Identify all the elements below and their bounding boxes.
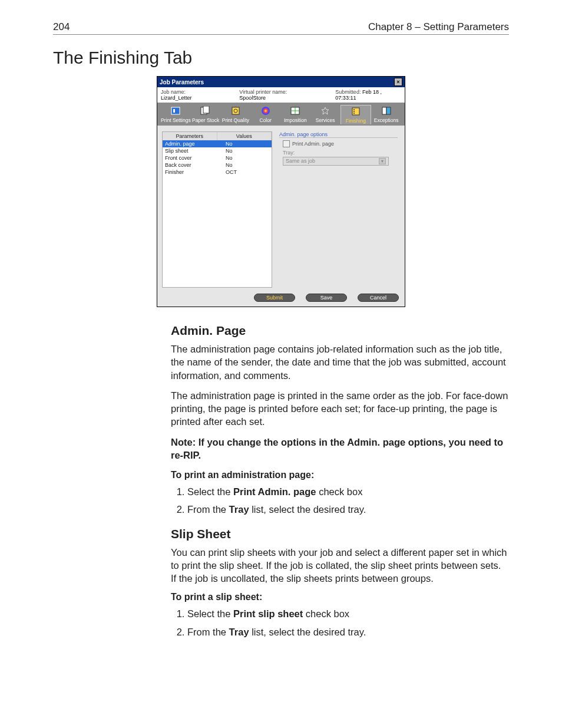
svg-point-12 [353, 109, 355, 110]
slip-para: You can print slip sheets with your job … [171, 546, 509, 585]
page-number: 204 [53, 21, 70, 33]
svg-point-6 [262, 107, 270, 115]
print-admin-page-checkbox[interactable]: Print Admin. page [283, 140, 398, 147]
svg-point-14 [353, 113, 355, 114]
list-item: From the Tray list, select the desired t… [187, 503, 509, 516]
list-item: Select the Print Admin. page check box [187, 485, 509, 498]
submit-button[interactable]: Submit [254, 294, 295, 302]
tab-print-settings[interactable]: Print Settings [161, 105, 191, 124]
print-settings-icon [169, 106, 182, 116]
svg-marker-10 [322, 107, 329, 114]
options-title: Admin. page options [279, 131, 398, 138]
tab-paper-stock[interactable]: Paper Stock [191, 105, 221, 124]
exceptions-icon [380, 106, 393, 116]
job-name: Lizard_Letter [161, 95, 192, 101]
admin-steps: Select the Print Admin. page check box F… [171, 485, 509, 516]
tab-exceptions[interactable]: Exceptions [371, 105, 401, 124]
tab-print-quality[interactable]: Print Quality [221, 105, 251, 124]
tab-row: Print Settings Paper Stock Print Quality… [157, 103, 405, 126]
admin-para2: The administration page is printed in th… [171, 389, 509, 429]
slip-steps: Select the Print slip sheet check box Fr… [171, 607, 509, 638]
param-row-slip-sheet[interactable]: Slip sheetNo [163, 147, 272, 154]
page-title: The Finishing Tab [53, 48, 509, 68]
dialog-infobar: Job name: Lizard_Letter Virtual printer … [157, 87, 405, 103]
list-item: Select the Print slip sheet check box [187, 607, 509, 620]
chevron-updown-icon: ▾ [379, 158, 386, 164]
param-row-back-cover[interactable]: Back coverNo [163, 162, 272, 169]
col-parameters: Parameters [163, 132, 217, 140]
list-item: From the Tray list, select the desired t… [187, 625, 509, 638]
tab-services[interactable]: Services [310, 105, 340, 124]
paper-stock-icon [199, 106, 212, 116]
admin-note: Note: If you change the options in the A… [171, 436, 509, 462]
param-row-finisher[interactable]: FinisherOCT [163, 169, 272, 176]
dialog-title: Job Parameters [160, 79, 204, 85]
page-header: 204 Chapter 8 – Setting Parameters [53, 21, 509, 35]
svg-rect-16 [386, 107, 391, 114]
tab-color[interactable]: Color [250, 105, 280, 124]
tray-label: Tray: [283, 150, 398, 156]
tab-finishing[interactable]: Finishing [340, 105, 372, 124]
admin-subhead: To print an administration page: [171, 470, 509, 480]
admin-page-heading: Admin. Page [171, 324, 509, 338]
options-panel: Admin. page options Print Admin. page Tr… [277, 131, 400, 288]
tray-select[interactable]: Same as job ▾ [283, 157, 389, 166]
finishing-icon [349, 106, 362, 117]
slip-sheet-heading: Slip Sheet [171, 527, 509, 541]
svg-point-13 [353, 111, 355, 112]
slip-subhead: To print a slip sheet: [171, 592, 509, 602]
print-quality-icon [229, 106, 242, 116]
close-icon[interactable]: × [394, 78, 402, 86]
checkbox-icon [283, 140, 290, 147]
svg-rect-15 [382, 107, 386, 114]
save-button[interactable]: Save [306, 294, 347, 302]
chapter-title: Chapter 8 – Setting Parameters [368, 21, 509, 33]
services-icon [319, 106, 332, 116]
dialog-titlebar: Job Parameters × [157, 77, 405, 87]
color-icon [259, 106, 272, 116]
cancel-button[interactable]: Cancel [358, 294, 399, 302]
svg-rect-4 [232, 107, 239, 114]
job-parameters-dialog: Job Parameters × Job name: Lizard_Letter… [157, 76, 405, 307]
dialog-footer: Submit Save Cancel [157, 290, 405, 307]
tab-imposition[interactable]: Imposition [280, 105, 310, 124]
admin-para1: The administration page contains job-rel… [171, 342, 509, 382]
virtual-printer-name: SpoolStore [239, 95, 266, 101]
param-row-admin-page[interactable]: Admin. pageNo [163, 140, 272, 147]
col-values: Values [217, 132, 272, 140]
svg-rect-11 [352, 108, 359, 115]
svg-rect-1 [173, 109, 175, 113]
parameters-panel: Parameters Values Admin. pageNo Slip she… [162, 131, 272, 288]
imposition-icon [289, 106, 302, 116]
param-row-front-cover[interactable]: Front coverNo [163, 154, 272, 162]
svg-rect-0 [171, 107, 180, 114]
svg-rect-3 [203, 106, 209, 113]
